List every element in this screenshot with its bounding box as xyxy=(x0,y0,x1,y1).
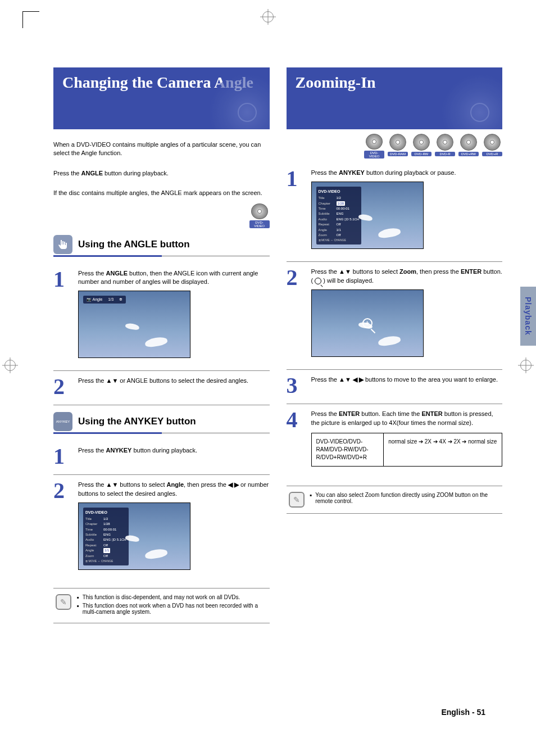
step-number: 1 xyxy=(53,269,70,289)
footer-page: - 51 xyxy=(472,708,485,717)
step-number: 1 xyxy=(53,446,70,467)
underline xyxy=(53,432,270,434)
footer-label: English xyxy=(441,708,470,717)
step-number: 3 xyxy=(287,375,303,396)
osd-panel: DVD-VIDEO Title1/2 Chapter1/28 Time00:00… xyxy=(316,187,362,245)
angle-osd: 📷 Angle 1/3 ≑ xyxy=(83,296,126,304)
disc-icon: DVD-VIDEO xyxy=(364,134,384,159)
step-2-2: 2 Press the ▲▼ buttons to select Angle, … xyxy=(53,475,270,582)
magnifier-icon xyxy=(315,278,321,284)
disc-row-right: DVD-VIDEO DVD-RAM DVD-RW DVD-R DVD+RW DV… xyxy=(287,134,503,159)
screenshot-zoom-cursor: + xyxy=(311,289,424,357)
intro-note: If the disc contains multiple angles, th… xyxy=(53,189,270,197)
step-number: 4 xyxy=(287,410,303,430)
underline xyxy=(53,255,270,257)
step-r4: 4 Press the ENTER button. Each time the … xyxy=(287,404,503,480)
left-column: Changing the Camera Angle When a DVD-VID… xyxy=(53,67,270,623)
seq-value: normal size ➔ 2X ➔ 4X ➔ 2X ➔ normal size xyxy=(384,433,502,466)
registration-mark xyxy=(520,360,532,371)
step-r1: 1 Press the ANYKEY button during playbac… xyxy=(287,163,503,262)
seq-label: DVD-VIDEO/DVD-RAM/DVD-RW/DVD-R/DVD+RW/DV… xyxy=(312,433,384,466)
screenshot-osd-zoom: DVD-VIDEO Title1/2 Chapter1/28 Time00:00… xyxy=(311,182,424,249)
anykey-badge: ANYKEY xyxy=(53,412,72,431)
intro-text: When a DVD-VIDEO contains multiple angle… xyxy=(53,141,270,158)
screenshot-osd-angle: DVD-VIDEO Title1/2 Chapter1/28 Time00:00… xyxy=(78,503,190,570)
note-box-left: ✎ This function is disc-dependent, and m… xyxy=(53,588,270,623)
page-content: Changing the Camera Angle When a DVD-VID… xyxy=(53,67,502,722)
note-box-right: ✎ You can also select Zoom function dire… xyxy=(287,486,503,514)
disc-icon: DVD-R xyxy=(435,134,455,159)
disc-icon: DVD+R xyxy=(482,134,502,159)
right-column: Zooming-In DVD-VIDEO DVD-RAM DVD-RW DVD-… xyxy=(287,67,503,623)
section-header-angle-button: Using the ANGLE button xyxy=(53,235,270,254)
osd-panel: DVD-VIDEO Title1/2 Chapter1/28 Time00:00… xyxy=(83,508,129,565)
registration-mark xyxy=(262,11,274,22)
section-heading-1: Using the ANGLE button xyxy=(78,239,190,250)
crop-mark xyxy=(22,11,39,28)
page-footer: English - 51 xyxy=(441,708,485,717)
step-1-2: 2 Press the ▲▼ or ANGLE buttons to selec… xyxy=(53,371,270,405)
section-heading-2: Using the ANYKEY button xyxy=(78,416,196,427)
hand-icon xyxy=(53,235,72,254)
disc-icon-dvd-video: DVD-VIDEO xyxy=(249,203,270,228)
step-number: 2 xyxy=(53,481,70,501)
intro-press: Press the ANGLE button during playback. xyxy=(53,169,270,178)
note-1: This function is disc-dependent, and may… xyxy=(83,594,240,600)
disc-icon: DVD-RW xyxy=(411,134,431,159)
step-number: 2 xyxy=(53,377,70,397)
title-banner-left: Changing the Camera Angle xyxy=(53,67,270,129)
step-number: 1 xyxy=(287,169,303,189)
section-header-anykey: ANYKEY Using the ANYKEY button xyxy=(53,412,270,431)
screenshot-angle-bar: 📷 Angle 1/3 ≑ xyxy=(78,291,190,358)
disc-row-left: DVD-VIDEO xyxy=(53,203,270,228)
title-banner-right: Zooming-In xyxy=(287,67,503,129)
disc-icon: DVD+RW xyxy=(458,134,479,159)
step-number: 2 xyxy=(287,268,303,288)
step-2-1: 1 Press the ANYKEY button during playbac… xyxy=(53,441,270,475)
registration-mark xyxy=(4,360,16,371)
pencil-icon: ✎ xyxy=(289,492,305,508)
note-2: This function does not work when a DVD h… xyxy=(83,603,267,615)
step-r2: 2 Press the ▲▼ buttons to select Zoom, t… xyxy=(287,262,503,370)
disc-icon: DVD-RAM xyxy=(388,134,408,159)
step-1-1: 1 Press the ANGLE button, then the ANGLE… xyxy=(53,264,270,372)
zoom-sequence-table: DVD-VIDEO/DVD-RAM/DVD-RW/DVD-R/DVD+RW/DV… xyxy=(311,433,503,467)
pencil-icon: ✎ xyxy=(56,594,71,610)
side-tab-playback: Playback xyxy=(520,287,536,346)
step-r3: 3 Press the ▲▼ ◀ ▶ buttons to move to th… xyxy=(287,370,503,404)
